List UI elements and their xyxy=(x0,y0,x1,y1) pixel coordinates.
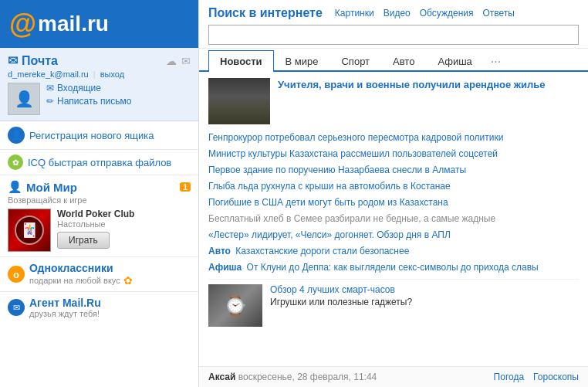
game-type: Настольные xyxy=(57,219,191,229)
cloud-icon: ☁ xyxy=(166,55,177,67)
flower-icon: ✿ xyxy=(123,274,133,287)
bottom-story-link1[interactable]: Обзор 4 лучших смарт-часов xyxy=(270,284,412,295)
mail-title: ✉ Почта xyxy=(8,53,58,68)
news-tabs: Новости В мире Спорт Авто Афиша ··· xyxy=(199,49,588,72)
footer-link-weather[interactable]: Погода xyxy=(494,372,525,382)
mail-title-label: Почта xyxy=(22,54,58,68)
myworld-section: 👤 Мой Мир 1 Возвращайся к игре 🃏 World P… xyxy=(0,175,198,257)
ok-content: Одноклассники подарки на любой вкус ✿ xyxy=(29,262,191,287)
news-item[interactable]: Первое здание по поручению Назарбаева сн… xyxy=(208,163,579,177)
icq-section: ✿ ICQ быстрая отправка файлов xyxy=(0,150,198,175)
mail-envelope-icon: ✉ xyxy=(8,53,18,68)
news-item[interactable]: Погибшие в США дети могут быть родом из … xyxy=(208,195,579,209)
tab-more[interactable]: ··· xyxy=(484,51,508,72)
search-links: Картинки Видео Обсуждения Ответы xyxy=(335,8,515,19)
search-input-row xyxy=(208,25,579,45)
tab-world[interactable]: В мире xyxy=(274,50,330,72)
tab-news[interactable]: Новости xyxy=(208,50,274,72)
register-link[interactable]: Регистрация нового ящика xyxy=(29,130,154,141)
tab-afisha[interactable]: Афиша xyxy=(426,50,483,72)
logo-domain: mail.ru xyxy=(38,12,109,36)
search-link-video[interactable]: Видео xyxy=(384,8,411,19)
bottom-story: ⌚ Обзор 4 лучших смарт-часов Игрушки или… xyxy=(208,279,579,327)
logo-at-symbol: @ xyxy=(9,8,36,40)
search-input[interactable] xyxy=(208,25,579,45)
search-top: Поиск в интернете Картинки Видео Обсужде… xyxy=(208,6,579,20)
myworld-header: 👤 Мой Мир 1 xyxy=(8,180,191,194)
game-info: World Poker Club Настольные Играть xyxy=(57,209,191,249)
inbox-link[interactable]: ✉ Входящие xyxy=(46,83,131,93)
top-story-image xyxy=(208,78,270,124)
location-day: воскресенье, 28 февраля, 11:44 xyxy=(238,372,377,382)
news-item-afisha[interactable]: Афиша От Клуни до Деппа: как выглядели с… xyxy=(208,260,579,274)
tab-auto[interactable]: Авто xyxy=(381,50,426,72)
icq-text: ICQ быстрая отправка файлов xyxy=(28,157,171,168)
mail-exit-link[interactable]: выход xyxy=(100,70,124,79)
play-button[interactable]: Играть xyxy=(57,232,110,249)
search-link-answers[interactable]: Ответы xyxy=(483,8,515,19)
ok-section: o Одноклассники подарки на любой вкус ✿ xyxy=(0,257,198,292)
compose-icon: ✏ xyxy=(46,96,54,107)
location-city: Аксай xyxy=(208,372,235,382)
mail-user-link[interactable]: d_mereke_k@mail.ru xyxy=(8,70,89,79)
news-item[interactable]: «Лестер» лидирует, «Челси» догоняет. Обз… xyxy=(208,228,579,242)
compose-link[interactable]: ✏ Написать письмо xyxy=(46,96,131,107)
footer-row: Аксай воскресенье, 28 февраля, 11:44 Пог… xyxy=(199,366,588,387)
mail-header: ✉ Почта ☁ ✉ xyxy=(8,53,191,68)
bottom-story-link2[interactable]: Игрушки или полезные гаджеты? xyxy=(270,297,412,307)
game-thumbnail: 🃏 xyxy=(8,209,51,252)
myworld-badge: 1 xyxy=(180,182,191,192)
register-section: 👤 Регистрация нового ящика xyxy=(0,121,198,150)
inbox-icon: ✉ xyxy=(46,83,54,93)
agent-title: Агент Mail.Ru xyxy=(29,297,101,309)
envelope-small-icon: ✉ xyxy=(181,55,191,67)
search-link-discussions[interactable]: Обсуждения xyxy=(420,8,474,19)
sidebar: @ mail.ru ✉ Почта ☁ ✉ d_mereke_k@mail.ru… xyxy=(0,0,199,387)
main-content: Поиск в интернете Картинки Видео Обсужде… xyxy=(199,0,588,387)
myworld-title: 👤 Мой Мир xyxy=(8,180,77,194)
search-area: Поиск в интернете Картинки Видео Обсужде… xyxy=(199,0,588,49)
news-item[interactable]: Министр культуры Казахстана рассмешил по… xyxy=(208,147,579,161)
bottom-story-text: Обзор 4 лучших смарт-часов Игрушки или п… xyxy=(270,284,412,327)
search-link-images[interactable]: Картинки xyxy=(335,8,374,19)
top-story-link[interactable]: Учителя, врачи и военные получили арендн… xyxy=(278,78,546,124)
news-content: Учителя, врачи и военные получили арендн… xyxy=(199,72,588,366)
news-item[interactable]: Генпрокурор потребовал серьезного пересм… xyxy=(208,131,579,144)
news-item-auto[interactable]: Авто Казахстанские дороги стали безопасн… xyxy=(208,244,579,258)
search-title: Поиск в интернете xyxy=(208,6,323,20)
avatar: 👤 xyxy=(8,83,40,115)
mail-user-row: d_mereke_k@mail.ru | выход xyxy=(8,70,191,79)
location-info: Аксай воскресенье, 28 февраля, 11:44 xyxy=(208,372,377,382)
register-icon: 👤 xyxy=(8,127,25,144)
auto-prefix: Авто xyxy=(208,246,231,256)
game-card: 🃏 World Poker Club Настольные Играть xyxy=(8,209,191,252)
icq-icon: ✿ xyxy=(8,154,23,170)
myworld-icon: 👤 xyxy=(8,180,22,194)
news-list: Генпрокурор потребовал серьезного пересм… xyxy=(208,131,579,274)
mail-section: ✉ Почта ☁ ✉ d_mereke_k@mail.ru | выход 👤… xyxy=(0,48,198,121)
tab-sport[interactable]: Спорт xyxy=(329,50,381,72)
news-item[interactable]: Глыба льда рухнула с крыши на автомобиль… xyxy=(208,179,579,193)
afisha-prefix: Афиша xyxy=(208,262,242,273)
ok-subtitle: подарки на любой вкус ✿ xyxy=(29,274,191,287)
mail-icons-right: ☁ ✉ xyxy=(166,55,191,67)
bottom-story-image: ⌚ xyxy=(208,284,262,327)
mail-links: ✉ Входящие ✏ Написать письмо xyxy=(46,83,131,115)
myworld-subtitle: Возвращайся к игре xyxy=(8,195,191,205)
top-story-photo xyxy=(208,78,270,124)
logo-area: @ mail.ru xyxy=(0,0,198,48)
watch-photo: ⌚ xyxy=(208,284,262,327)
ok-icon: o xyxy=(8,266,25,283)
top-story: Учителя, врачи и военные получили арендн… xyxy=(208,78,579,124)
footer-links: Погода Гороскопы xyxy=(494,372,579,382)
news-item-gray[interactable]: Бесплатный хлеб в Семее разбирали не бед… xyxy=(208,212,579,226)
game-thumb-inner: 🃏 xyxy=(15,216,44,245)
agent-subtitle: друзья ждут тебя! xyxy=(29,309,101,318)
agent-icon: ✉ xyxy=(8,299,25,316)
game-name: World Poker Club xyxy=(57,209,191,219)
footer-link-horoscope[interactable]: Гороскопы xyxy=(533,372,579,382)
agent-content: Агент Mail.Ru друзья ждут тебя! xyxy=(29,297,101,318)
agent-section: ✉ Агент Mail.Ru друзья ждут тебя! xyxy=(0,292,198,323)
mail-content: 👤 ✉ Входящие ✏ Написать письмо xyxy=(8,83,191,115)
ok-title: Одноклассники xyxy=(29,262,191,274)
